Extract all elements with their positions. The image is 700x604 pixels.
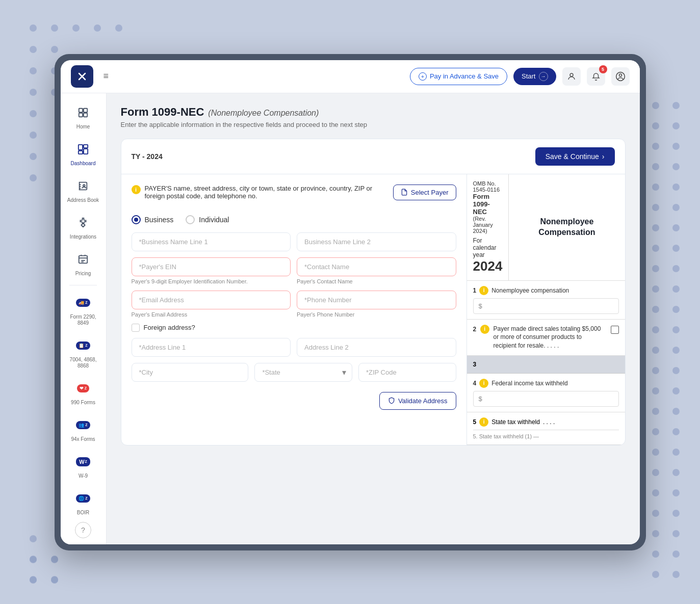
- field1-input-box[interactable]: $: [473, 298, 619, 314]
- notification-button[interactable]: 5: [587, 67, 605, 86]
- form1099-header: OMB No. 1545-0116 Form 1099-NEC (Rev. Ja…: [467, 174, 625, 281]
- radio-individual-circle: [186, 215, 195, 224]
- zip-input[interactable]: [358, 363, 456, 382]
- field4-input-box[interactable]: $: [473, 391, 619, 407]
- sidebar-item-boir[interactable]: 🌐Z BOIR: [63, 485, 103, 520]
- save-continue-button[interactable]: Save & Continue ›: [535, 147, 615, 166]
- sidebar-addressbook-label: Address Book: [67, 197, 99, 203]
- field5-sub-label: 5. State tax withheld (1) —: [473, 433, 539, 439]
- sidebar-dashboard-label: Dashboard: [71, 161, 96, 167]
- svg-rect-10: [84, 149, 88, 154]
- field5-num: 5: [473, 418, 477, 426]
- profile-button[interactable]: [611, 67, 630, 86]
- field3-area: 3: [467, 356, 625, 374]
- sidebar-integrations-label: Integrations: [70, 234, 96, 240]
- address-line2-group: [297, 338, 456, 357]
- sidebar-item-form7004[interactable]: 📋Z 7004, 4868, 8868: [63, 332, 103, 373]
- validate-address-button[interactable]: Validate Address: [379, 392, 456, 410]
- form990-icon: ❤Z: [74, 379, 92, 398]
- form-card-header: TY - 2024 Save & Continue ›: [121, 139, 625, 174]
- form1099-year: 2024: [473, 258, 503, 274]
- header: ≡ + Pay in Advance & Save Start → 5: [61, 60, 640, 93]
- radio-business-circle: [132, 215, 141, 224]
- foreign-address-box: [132, 324, 140, 332]
- sidebar-divider-1: [69, 285, 96, 285]
- field2-checkbox[interactable]: [611, 326, 619, 334]
- sidebar-item-w9[interactable]: WZ W-9: [63, 449, 103, 483]
- addressbook-icon: [74, 177, 92, 195]
- svg-point-2: [619, 74, 621, 76]
- city-group: [132, 363, 249, 382]
- notification-badge: 5: [599, 65, 607, 73]
- svg-point-12: [82, 223, 85, 226]
- address-line1-input[interactable]: [132, 338, 291, 357]
- radio-individual[interactable]: Individual: [186, 215, 229, 224]
- pricing-icon: [74, 250, 92, 269]
- ein-contact-row: Payer's 9-digit Employer Identification …: [132, 257, 456, 284]
- sidebar-item-addressbook[interactable]: Address Book: [63, 173, 103, 207]
- form1099-title-right: Nonemployee Compensation: [509, 174, 625, 280]
- phone-hint: Payer's Phone Number: [297, 311, 456, 318]
- contact-name-hint: Payer's Contact Name: [297, 278, 456, 284]
- omb-number: OMB No. 1545-0116: [473, 180, 503, 193]
- radio-business[interactable]: Business: [132, 215, 174, 224]
- help-button[interactable]: ?: [75, 522, 91, 538]
- sidebar-item-dashboard[interactable]: Dashboard: [63, 136, 103, 171]
- email-input[interactable]: [132, 291, 291, 309]
- sidebar-pricing-label: Pricing: [75, 271, 91, 277]
- business-name-2-group: [297, 232, 456, 251]
- foreign-address-label: Foreign address?: [144, 324, 195, 331]
- menu-icon[interactable]: ≡: [103, 71, 109, 82]
- payer-header-label: PAYER'S name, street address, city or to…: [145, 185, 375, 200]
- field4-dollar: $: [479, 395, 482, 403]
- sidebar-item-form94x[interactable]: 👥Z 94x Forms: [63, 412, 103, 447]
- pay-advance-button[interactable]: + Pay in Advance & Save: [410, 68, 507, 85]
- page-title-area: Form 1099-NEC (Nonemployee Compensation)…: [121, 106, 626, 128]
- contact-name-group: Payer's Contact Name: [297, 257, 456, 284]
- field1-dollar: $: [479, 302, 482, 310]
- form1099-rev: (Rev. January 2024): [473, 216, 503, 234]
- sidebar-item-home[interactable]: Home: [63, 99, 103, 134]
- foreign-address-checkbox[interactable]: Foreign address?: [132, 324, 456, 332]
- start-label: Start: [522, 72, 535, 80]
- save-continue-label: Save & Continue: [546, 152, 599, 161]
- field5-area: 5 i State tax withheld . . . . 5. State …: [467, 412, 625, 445]
- business-name-1-input[interactable]: [132, 232, 291, 251]
- form-title-main: Form 1099-NEC: [121, 106, 204, 119]
- business-name-2-input[interactable]: [297, 232, 456, 251]
- payer-ein-group: Payer's 9-digit Employer Identification …: [132, 257, 291, 284]
- city-input[interactable]: [132, 363, 249, 382]
- start-button[interactable]: Start →: [513, 68, 556, 85]
- address-line2-input[interactable]: [297, 338, 456, 357]
- sidebar-item-integrations[interactable]: Integrations: [63, 209, 103, 244]
- field1-info-icon: i: [479, 286, 488, 295]
- field3-num: 3: [473, 361, 477, 368]
- state-select[interactable]: *State: [254, 363, 352, 382]
- contacts-button[interactable]: [562, 67, 581, 86]
- form7004-icon: 📋Z: [74, 336, 92, 355]
- field1-label: Nonemployee compensation: [491, 287, 569, 294]
- phone-input[interactable]: [297, 291, 456, 309]
- sidebar-form94x-label: 94x Forms: [71, 436, 95, 442]
- home-icon: [74, 103, 92, 122]
- w9-icon: WZ: [74, 453, 92, 471]
- sidebar-item-form2290[interactable]: 🚚Z Form 2290, 8849: [63, 290, 103, 330]
- form1099-name: Form 1099-NEC: [473, 193, 503, 216]
- payer-ein-input[interactable]: [132, 257, 291, 276]
- field5-label-row: 5 i State tax withheld . . . .: [473, 417, 619, 427]
- sidebar-home-label: Home: [76, 124, 90, 130]
- field4-num: 4: [473, 380, 477, 387]
- field1-label-row: 1 i Nonemployee compensation: [473, 286, 619, 295]
- sidebar-boir-label: BOIR: [77, 510, 89, 516]
- integrations-icon: [74, 214, 92, 232]
- contact-name-input[interactable]: [297, 257, 456, 276]
- field4-area: 4 i Federal income tax withheld $: [467, 374, 625, 412]
- svg-point-0: [570, 73, 573, 76]
- phone-group: Payer's Phone Number: [297, 291, 456, 318]
- validate-address-label: Validate Address: [398, 397, 448, 405]
- sidebar-item-form990[interactable]: ❤Z 990 Forms: [63, 375, 103, 410]
- payer-ein-hint: Payer's 9-digit Employer Identification …: [132, 278, 291, 284]
- sidebar-item-pricing[interactable]: Pricing: [63, 246, 103, 281]
- svg-rect-6: [84, 113, 87, 116]
- select-payer-button[interactable]: Select Payer: [393, 185, 456, 200]
